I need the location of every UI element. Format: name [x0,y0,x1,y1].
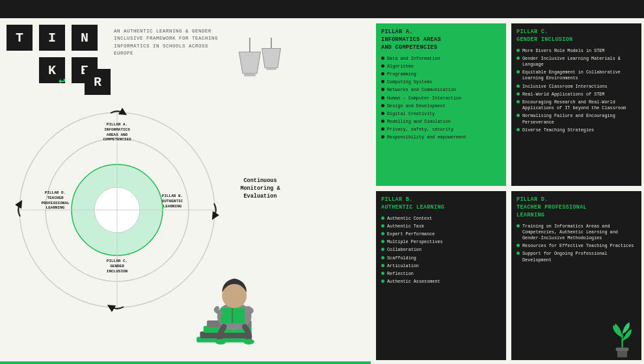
list-item: Authentic Assessment [381,279,501,285]
panel-b-title: PILLAR B. AUTHENTIC LEARNING [381,196,501,212]
list-item: Multiple Perspectives [381,239,501,245]
svg-rect-23 [616,348,629,351]
svg-point-17 [215,339,226,344]
ground-line [0,361,371,364]
list-item: Authentic Task [381,224,501,229]
panel-b-items: Authentic Context Authentic Task Expert … [381,216,501,285]
tagline: An Authentic Learning & Gender Inclusive… [114,28,228,57]
list-item: Expert Performance [381,231,501,237]
list-item: Collaboration [381,247,501,253]
right-section: PILLAR A. INFORMATICS AREAS AND COMPETEN… [371,18,644,364]
list-item: Normalising Failure and Encouraging Pers… [517,113,636,125]
logo-I: I [39,25,65,51]
panel-pillar-d: PILLAR D. TEACHER PROFESSIONAL LEARNING … [511,191,641,360]
list-item: Modelling and Simulation [381,119,501,125]
list-item: Resources for Effective Teaching Practic… [517,243,636,249]
list-item: Real-World Applications of STEM [517,92,636,98]
list-item: Inclusive Classroom Interactions [517,84,636,90]
list-item: Reflection [381,271,501,277]
list-item: Gender Inclusive Learning Materials & La… [517,56,636,68]
plant-illustration [604,317,640,359]
svg-rect-22 [617,350,627,358]
panel-c-items: More Divers Role Models in STEM Gender I… [517,48,636,133]
panel-pillar-a: PILLAR A. INFORMATICS AREAS AND COMPETEN… [376,23,506,186]
svg-rect-5 [266,68,276,70]
list-item: Diverse Teaching Strategies [517,127,636,133]
list-item: Training on Informatics Areas and Compet… [517,224,636,242]
list-item: Responsibility and empowerment [381,135,501,140]
list-item: Networks and Communication [381,87,501,93]
panel-a-items: Data and Information Algorithms Programm… [381,56,501,141]
panel-d-title: PILLAR D. TEACHER PROFESSIONAL LEARNING [517,196,636,220]
panel-pillar-c: PILLAR C. GENDER INCLUSION More Divers R… [511,23,641,186]
monitoring-text: ContinuousMonitoring &Evaluation [228,177,293,201]
panel-a-title: PILLAR A. INFORMATICS AREAS AND COMPETEN… [381,29,501,52]
list-item: Digital Creativity [381,111,501,117]
lamps-illustration [228,38,286,109]
list-item: Privacy, safety, security [381,127,501,133]
list-item: Data and Information [381,56,501,62]
list-item: Equitable Engagement in Collaborative Le… [517,70,636,81]
svg-marker-1 [239,52,261,73]
list-item: Computing Systems [381,79,501,85]
svg-rect-2 [244,73,256,76]
top-bar [0,0,644,18]
panel-d-items: Training on Informatics Areas and Compet… [517,224,636,263]
panel-c-title: PILLAR C. GENDER INCLUSION [517,29,636,44]
logo: T I N K E [7,25,98,83]
list-item: Authentic Context [381,216,501,222]
list-item: Design and Development [381,103,501,109]
list-item: Algorithms [381,64,501,70]
list-item: More Divers Role Models in STEM [517,48,636,54]
list-item: Programming [381,72,501,77]
left-section: T I N K E R ↩ An Authentic Learning & Ge… [0,18,371,364]
svg-marker-4 [262,49,281,68]
logo-R: R [85,69,111,95]
logo-arrow: ↩ [59,73,66,88]
list-item: Articulation [381,263,501,269]
list-item: Encouraging Research and Real-World Appl… [517,99,636,111]
logo-N: N [72,25,98,51]
panel-pillar-b: PILLAR B. AUTHENTIC LEARNING Authentic C… [376,191,506,360]
list-item: Human – Computer Interaction [381,96,501,101]
list-item: Support for Ongoing Professional Develop… [517,251,636,263]
list-item: Scaffolding [381,255,501,261]
svg-point-18 [243,339,254,344]
student-illustration [182,234,280,358]
logo-T: T [7,25,33,51]
